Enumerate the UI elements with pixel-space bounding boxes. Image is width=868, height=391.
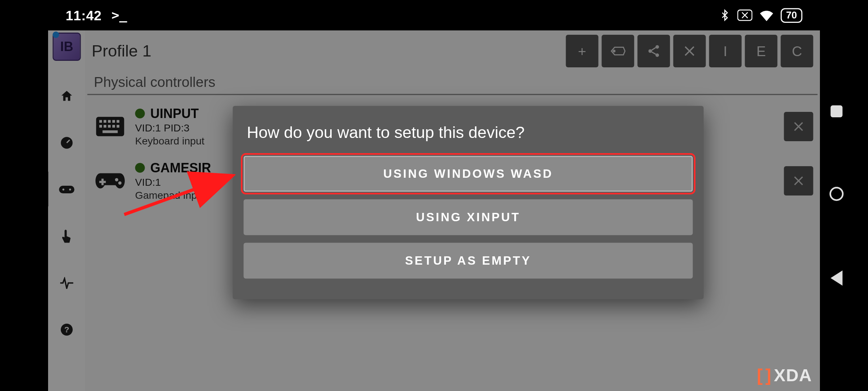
svg-point-3 — [63, 189, 64, 190]
device-name: GAMESIR — [150, 160, 211, 176]
status-time: 11:42 — [66, 7, 102, 23]
gamepad-icon[interactable] — [59, 181, 75, 198]
section-title: Physical controllers — [88, 72, 818, 95]
keyboard-icon — [95, 116, 125, 138]
xda-watermark: [ ] XDA — [757, 366, 812, 386]
svg-rect-21 — [117, 125, 120, 128]
sim-disabled-icon — [737, 9, 752, 21]
svg-point-25 — [115, 178, 118, 181]
svg-rect-2 — [59, 186, 74, 193]
profile-title[interactable]: Profile 1 — [92, 42, 152, 60]
device-remove-button[interactable] — [784, 166, 813, 196]
i-button[interactable]: I — [709, 35, 742, 67]
close-button[interactable] — [673, 35, 706, 67]
svg-rect-20 — [112, 125, 115, 128]
home-button[interactable] — [829, 187, 843, 201]
status-dot — [135, 109, 145, 118]
help-icon[interactable]: ? — [59, 321, 75, 338]
svg-rect-17 — [99, 125, 102, 128]
option-windows-wasd[interactable]: USING WINDOWS WASD — [244, 156, 693, 192]
svg-point-10 — [655, 54, 659, 57]
device-name: UINPUT — [150, 106, 199, 121]
activity-icon[interactable] — [59, 275, 75, 291]
c-button[interactable]: C — [781, 35, 813, 67]
android-nav-bar — [820, 0, 853, 391]
device-remove-button[interactable] — [784, 112, 813, 141]
svg-text:?: ? — [64, 325, 69, 334]
tag-button[interactable] — [602, 35, 634, 67]
svg-point-4 — [69, 189, 71, 190]
battery-percent: 70 — [786, 9, 797, 20]
home-icon[interactable] — [59, 88, 75, 104]
wifi-icon — [759, 9, 774, 21]
svg-rect-13 — [104, 120, 107, 123]
back-button[interactable] — [830, 270, 842, 286]
option-empty[interactable]: SETUP AS EMPTY — [244, 243, 693, 279]
bluetooth-icon — [719, 8, 731, 22]
app-logo-text: IB — [60, 39, 73, 54]
svg-rect-24 — [99, 181, 106, 183]
gauge-icon[interactable] — [59, 135, 75, 151]
recents-button[interactable] — [830, 105, 842, 117]
gamepad-device-icon — [95, 170, 125, 192]
app-logo[interactable]: IB — [53, 33, 81, 61]
app-sidebar: IB — [48, 30, 85, 391]
svg-rect-16 — [117, 120, 120, 123]
svg-point-26 — [118, 181, 122, 185]
status-bar: 11:42 >_ 70 — [48, 0, 820, 30]
svg-rect-15 — [112, 120, 115, 123]
touch-icon[interactable] — [59, 228, 75, 244]
e-button[interactable]: E — [745, 35, 778, 67]
svg-point-7 — [613, 50, 615, 52]
battery-indicator: 70 — [780, 8, 802, 23]
terminal-icon: >_ — [111, 8, 127, 23]
svg-point-8 — [655, 45, 659, 49]
status-dot — [135, 163, 145, 173]
dialog-title: How do you want to setup this device? — [247, 123, 690, 142]
add-button[interactable]: + — [566, 35, 599, 67]
svg-rect-18 — [104, 125, 107, 128]
share-button[interactable] — [638, 35, 670, 67]
option-xinput[interactable]: USING XINPUT — [244, 199, 693, 235]
svg-rect-19 — [108, 125, 111, 128]
svg-rect-12 — [99, 120, 102, 123]
svg-rect-14 — [108, 120, 111, 123]
watermark-text: XDA — [774, 366, 812, 386]
svg-rect-22 — [103, 130, 118, 133]
setup-device-dialog: How do you want to setup this device? US… — [233, 106, 704, 299]
device-screen: 11:42 >_ 70 — [48, 0, 820, 391]
svg-point-9 — [648, 49, 652, 53]
